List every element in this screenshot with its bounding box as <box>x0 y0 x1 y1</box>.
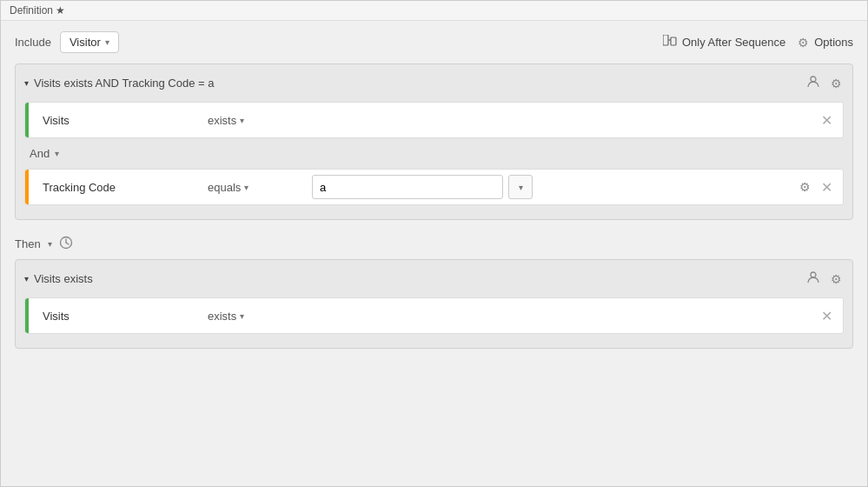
toolbar: Include Visitor ▾ Only <box>15 31 853 53</box>
second-person-icon <box>806 270 820 287</box>
svg-point-7 <box>811 272 816 277</box>
first-group-header: ▾ Visits exists AND Tracking Code = a <box>24 73 844 93</box>
tracking-code-gear-button[interactable]: ⚙ <box>798 178 812 196</box>
first-group-header-label: Visits exists AND Tracking Code = a <box>34 77 215 90</box>
tracking-code-dropdown-btn[interactable]: ▾ <box>508 175 533 199</box>
visits-remove-button[interactable]: ✕ <box>819 110 834 130</box>
options-gear-icon: ⚙ <box>798 36 809 50</box>
second-visits-field-label: Visits <box>34 310 208 323</box>
second-green-border <box>25 298 29 333</box>
then-connector: Then ▾ <box>15 229 853 259</box>
then-chevron-icon[interactable]: ▾ <box>48 239 52 249</box>
visits-close-icon: ✕ <box>821 112 832 129</box>
definition-bar: Definition ★ <box>1 1 867 21</box>
svg-rect-0 <box>663 35 668 45</box>
second-condition-group: ▾ Visits exists ⚙ <box>15 259 853 349</box>
second-group-gear-icon: ⚙ <box>831 272 842 286</box>
visits-exists-row: Visits exists ▾ ✕ <box>24 102 844 138</box>
clock-icon <box>59 236 73 252</box>
tracking-code-actions: ⚙ ✕ <box>798 177 834 197</box>
tracking-code-operator[interactable]: equals ▾ <box>208 181 312 194</box>
second-group-person-button[interactable] <box>805 269 822 289</box>
tracking-operator-chevron: ▾ <box>244 183 248 192</box>
value-dropdown-icon: ▾ <box>519 183 523 192</box>
visits-operator[interactable]: exists ▾ <box>208 114 312 127</box>
second-group-header-label: Visits exists <box>34 272 93 285</box>
and-chevron-icon[interactable]: ▾ <box>55 149 59 158</box>
orange-border <box>25 170 29 204</box>
tracking-code-close-icon: ✕ <box>821 179 832 196</box>
visits-actions: ✕ <box>819 110 834 130</box>
second-visits-operator-chevron: ▾ <box>240 311 244 321</box>
sequence-btn-label: Only After Sequence <box>682 36 785 49</box>
options-btn-label: Options <box>814 36 853 49</box>
tracking-code-input[interactable] <box>312 175 503 199</box>
toolbar-right: Only After Sequence ⚙ Options <box>663 35 853 50</box>
first-group-chevron-icon[interactable]: ▾ <box>24 78 29 88</box>
first-group-header-right: ⚙ <box>805 73 844 93</box>
visits-field-label: Visits <box>34 114 208 127</box>
first-condition-group: ▾ Visits exists AND Tracking Code = a <box>15 63 853 220</box>
person-icon <box>806 75 820 91</box>
then-label: Then <box>15 237 41 250</box>
first-group-person-button[interactable] <box>805 73 822 93</box>
tracking-code-gear-icon: ⚙ <box>799 180 811 194</box>
visitor-chevron-icon: ▾ <box>105 37 109 47</box>
and-connector: And ▾ <box>24 143 844 163</box>
second-group-gear-button[interactable]: ⚙ <box>829 270 844 288</box>
second-group-chevron-icon[interactable]: ▾ <box>24 274 29 284</box>
second-group-header-right: ⚙ <box>805 269 844 289</box>
sequence-icon <box>663 35 677 50</box>
tracking-code-value: ▾ <box>312 175 798 199</box>
second-visits-exists-row: Visits exists ▾ ✕ <box>24 297 844 334</box>
and-label: And <box>30 147 50 160</box>
tracking-code-remove-button[interactable]: ✕ <box>819 177 834 197</box>
include-label: Include <box>15 36 51 49</box>
svg-point-3 <box>811 77 816 82</box>
visitor-dropdown[interactable]: Visitor ▾ <box>60 31 119 53</box>
page-wrapper: Definition ★ Include Visitor ▾ <box>0 0 868 487</box>
tracking-code-row: Tracking Code equals ▾ ▾ ⚙ <box>24 169 844 205</box>
first-group-header-left: ▾ Visits exists AND Tracking Code = a <box>24 77 215 90</box>
first-group-gear-button[interactable]: ⚙ <box>829 75 844 92</box>
main-content: Include Visitor ▾ Only <box>1 21 867 485</box>
second-visits-close-icon: ✕ <box>821 308 832 324</box>
tracking-code-field-label: Tracking Code <box>34 181 208 194</box>
second-group-header-left: ▾ Visits exists <box>24 272 93 285</box>
svg-line-6 <box>66 243 69 244</box>
svg-rect-1 <box>671 37 676 45</box>
visits-operator-chevron: ▾ <box>240 116 244 125</box>
second-group-header: ▾ Visits exists ⚙ <box>24 269 844 289</box>
second-visits-operator[interactable]: exists ▾ <box>208 310 312 323</box>
toolbar-left: Include Visitor ▾ <box>15 31 119 53</box>
definition-label: Definition ★ <box>10 4 65 17</box>
first-group-gear-icon: ⚙ <box>831 77 842 90</box>
sequence-button[interactable]: Only After Sequence <box>663 35 785 50</box>
options-button[interactable]: ⚙ Options <box>798 36 853 50</box>
green-border <box>25 103 29 137</box>
second-visits-remove-button[interactable]: ✕ <box>819 306 834 326</box>
visitor-dropdown-label: Visitor <box>70 36 101 49</box>
second-visits-actions: ✕ <box>819 306 834 326</box>
